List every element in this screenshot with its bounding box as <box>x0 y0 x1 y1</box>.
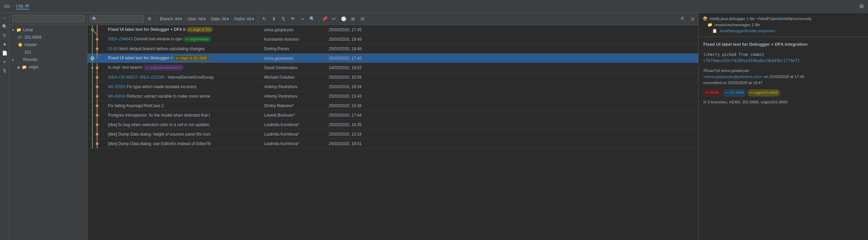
separator3 <box>318 16 319 22</box>
commit-link[interactable]: WI-43014 <box>108 94 126 99</box>
commit-table: Fixed UI label text for Debugger + DFA i… <box>88 25 698 240</box>
commit-row[interactable]: fu impl: text search 🏷 origin/daniil/sym… <box>88 63 698 73</box>
branch-filter[interactable]: Branch: All ▾ <box>158 16 184 22</box>
branch-filter-label: Branch: All <box>160 17 179 21</box>
module-icon: 📦 <box>703 16 708 21</box>
commit-link2[interactable]: IDEA-233298 <box>140 75 164 80</box>
commit-author: anna.gasparyan <box>263 27 327 32</box>
log-tab[interactable]: Log: all <box>16 3 29 9</box>
history-btn[interactable]: 🕐 <box>340 15 348 23</box>
commit-row[interactable]: [dbe] fix bug when selection color in a … <box>88 120 698 129</box>
search-sidebar-icon[interactable]: 🔍 <box>1 23 8 30</box>
commit-row[interactable]: IDEA-CR-60637: IDEA-233298 - InternalSer… <box>88 73 698 82</box>
branch-master[interactable]: ⭐ master <box>15 41 87 48</box>
branch-panel: ▾ 📁 Local 🏷 201.6668 ⭐ master 201 ▾ Remo… <box>10 13 88 240</box>
undo-btn[interactable]: ↩ <box>330 15 338 23</box>
refresh-log-btn[interactable]: ↻ <box>260 15 269 23</box>
columns-btn[interactable]: ⊟ <box>359 15 367 23</box>
detail-title: Fixed UI label text for Debugger + DFA i… <box>703 41 863 48</box>
commit-subject: Postgres Introspector: fix the model whe… <box>107 113 263 118</box>
tag-badge: 🏷 origin/master <box>183 37 211 42</box>
cherry-pick-hash[interactable]: cfb79aecd39cf4289a1459ba8ec9b8d3bc17f9e7 <box>703 58 797 63</box>
pin-btn[interactable]: 📌 <box>321 15 329 23</box>
commit-date: 25/03/2020, 19:34 <box>327 84 388 89</box>
file-subdir: 📁 resources/messages 1 file <box>707 22 864 28</box>
branch-search-input[interactable] <box>12 15 85 22</box>
commit-link[interactable]: IDEA-CR-60637 <box>108 75 138 80</box>
right-toolbar: ⇱ ⇲ <box>679 15 696 23</box>
svg-point-16 <box>91 67 93 69</box>
svg-point-22 <box>96 85 98 88</box>
commit-author: anna.gasparyan <box>263 56 327 61</box>
commit-date: 25/03/2020, 19:49 <box>327 37 388 42</box>
commit-row[interactable]: Fix failing KeymapsTestCase 2 Dmitry Mat… <box>88 101 698 111</box>
remote-label: Remote <box>23 57 37 62</box>
branch-201[interactable]: 201 <box>15 48 87 56</box>
origin-folder[interactable]: ▶ 📁 origin <box>15 63 87 71</box>
commit-author: Dmitriy.Panov <box>263 46 327 51</box>
cherry-pick-close: ) <box>797 58 800 63</box>
more-btn[interactable]: » <box>299 15 307 23</box>
author-email[interactable]: <anna.gasparyan@jetbrains.com> <box>703 75 763 79</box>
user-filter[interactable]: User: All ▾ <box>185 16 207 22</box>
commit-link[interactable]: WI-32551 <box>108 84 126 89</box>
separator2 <box>258 16 258 22</box>
commit-date: 25/03/2020, 17:44 <box>327 113 388 118</box>
find-btn[interactable]: 🔍 <box>308 15 316 23</box>
commit-row[interactable]: WI-43014 Refactor: extract variable to m… <box>88 92 698 101</box>
refresh-icon[interactable]: ↻ <box>1 32 8 39</box>
fetch-btn[interactable]: ⬇ <box>270 15 278 23</box>
log-search-input[interactable] <box>90 15 144 23</box>
date-filter[interactable]: Date: All ▾ <box>209 16 231 22</box>
branch-filter-chevron: ▾ <box>180 17 182 21</box>
tree-remote[interactable]: ▾ Remote <box>10 56 87 63</box>
branch-201-6668[interactable]: 🏷 201.6668 <box>15 34 87 41</box>
branch-tree: ▾ 📁 Local 🏷 201.6668 ⭐ master 201 ▾ Remo… <box>10 25 87 240</box>
settings-icon[interactable]: ⚙ <box>859 3 864 9</box>
collapse-btn[interactable]: ⇲ <box>688 15 696 23</box>
svg-point-28 <box>96 104 98 107</box>
back-icon[interactable]: ‹ <box>1 14 8 21</box>
star-icon[interactable]: ★ <box>1 41 8 47</box>
branch-201-6668-label: 201.6668 <box>24 35 41 40</box>
commit-row[interactable]: [dbe] Dump Data dialog: use EditorEx ins… <box>88 139 698 148</box>
commit-row-selected[interactable]: Fixed UI label text for Debugger + 🏷 ori… <box>88 54 698 63</box>
commit-subject: [dbe] fix bug when selection color in a … <box>107 122 263 127</box>
file-icon[interactable]: 📄 <box>1 49 8 56</box>
tree-local[interactable]: ▾ 📁 Local <box>10 26 87 34</box>
commit-row[interactable]: [dbe] Dump Data dialog: height of source… <box>88 129 698 139</box>
svg-point-12 <box>91 57 94 60</box>
commit-row[interactable]: IJI-83 fetch default branch before calcu… <box>88 44 698 54</box>
graph-cell <box>88 139 107 148</box>
commit-link[interactable]: IDEA-234643 <box>108 37 132 41</box>
tag-201-6668: 🏷 201.6668 <box>723 89 746 96</box>
sidebar-icons: ‹ 🔍 ↻ ★ 📄 ≡ ⇅ <box>0 13 10 240</box>
commit-row[interactable]: WI-32551 Fix typo which made testdata in… <box>88 82 698 92</box>
paths-filter[interactable]: Paths: All ▾ <box>232 16 256 22</box>
commit-author: Artemy Pestretsov <box>263 94 327 99</box>
tag-head: 🏷 HEAD <box>703 89 721 96</box>
commit-row[interactable]: Fixed UI label text for Debugger + DFA i… <box>88 25 698 35</box>
commit-date: 25/03/2020, 19:48 <box>327 46 388 51</box>
grid-btn[interactable]: ⊞ <box>349 15 357 23</box>
commit-link[interactable]: IJI-83 <box>108 46 118 51</box>
detail-panel: 📦 intellij.java.debugger 1 file ~/IdeaPr… <box>698 13 868 240</box>
commit-date: 25/03/2020, 16:35 <box>327 122 388 127</box>
sort-icon[interactable]: ⇅ <box>1 67 8 74</box>
eye-btn[interactable]: 👁 <box>289 15 297 23</box>
commit-row[interactable]: Postgres Introspector: fix the model whe… <box>88 111 698 120</box>
date-filter-label: Date: All <box>211 17 226 21</box>
commit-date: 25/03/2020, 17:45 <box>327 27 388 32</box>
sort-btn[interactable]: ⇅ <box>279 15 288 23</box>
adjust-icon[interactable]: ≡ <box>1 58 8 65</box>
file-link[interactable]: JavaDebuggerBundle.properties <box>719 29 775 33</box>
commit-row[interactable]: IDEA-234643 Commit tool window is ope 🏷 … <box>88 35 698 44</box>
folder-icon: 📁 <box>707 22 712 27</box>
committed-date: committed on 25/03/2020 at 19:47 <box>703 81 763 85</box>
settings-btn[interactable]: ⚙ <box>145 15 153 23</box>
paths-filter-chevron: ▾ <box>252 17 254 21</box>
chevron-right-icon2: ▶ <box>18 65 22 69</box>
svg-point-19 <box>96 76 98 79</box>
expand-btn[interactable]: ⇱ <box>679 15 687 23</box>
app-name: Git: <box>4 4 11 9</box>
